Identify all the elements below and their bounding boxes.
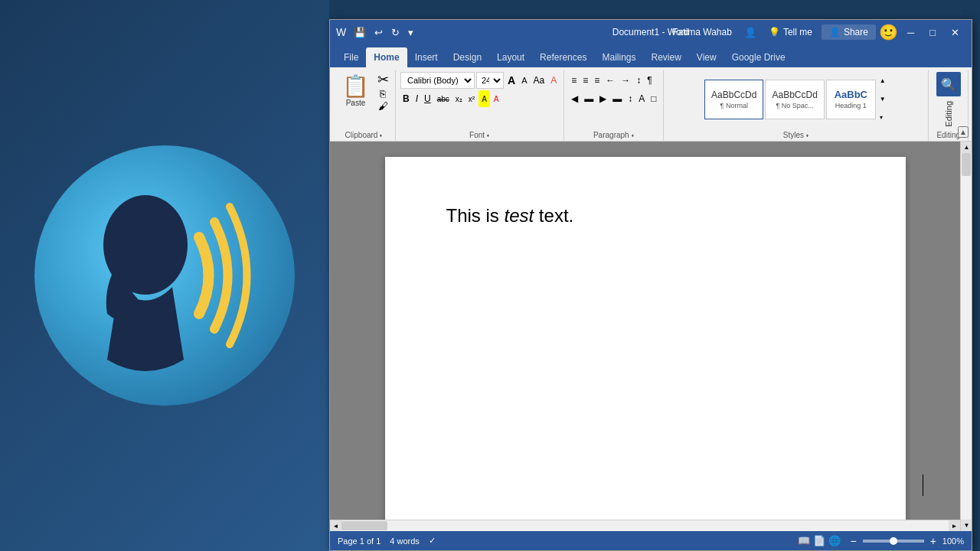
tell-me-label: Tell me (783, 27, 812, 37)
lightbulb-icon: 💡 (769, 27, 780, 37)
tab-google-drive[interactable]: Google Drive (724, 47, 793, 67)
tab-file[interactable]: File (336, 47, 366, 67)
copy-button[interactable]: ⎘ (375, 88, 390, 99)
vertical-scrollbar[interactable]: ▲ ▼ (960, 142, 972, 531)
format-painter-button[interactable]: 🖌 (375, 100, 390, 112)
font-controls: Calibri (Body) 24 A A Aa A B I U (400, 72, 559, 107)
scroll-track-vertical[interactable] (961, 153, 972, 520)
scroll-left-arrow[interactable]: ◄ (330, 520, 341, 532)
justify-button[interactable]: ▬ (610, 90, 624, 107)
style-normal[interactable]: AaBbCcDd ¶ Normal (704, 80, 763, 119)
clipboard-small-buttons: ✂ ⎘ 🖌 (375, 72, 390, 112)
font-label[interactable]: Font ⬧ (400, 129, 559, 141)
highlight-button[interactable]: A (479, 90, 490, 107)
zoom-thumb (890, 537, 897, 545)
numbering-button[interactable]: ≡ (580, 72, 590, 89)
scroll-thumb-vertical[interactable] (962, 153, 971, 176)
tab-design[interactable]: Design (446, 47, 489, 67)
ribbon-group-font: Calibri (Body) 24 A A Aa A B I U (396, 70, 564, 141)
align-center-button[interactable]: ▬ (582, 90, 596, 107)
more-qat-button[interactable]: ▾ (405, 25, 416, 40)
minimize-button[interactable]: ─ (901, 24, 920, 41)
styles-scroll-up-button[interactable]: ▲ (877, 73, 888, 90)
account-icon-button[interactable]: 👤 (741, 25, 760, 40)
shrink-font-button[interactable]: A (519, 72, 529, 89)
styles-more-button[interactable]: ▾ (877, 109, 888, 126)
tab-references[interactable]: References (532, 47, 594, 67)
paste-button[interactable]: 📋 Paste (338, 72, 374, 109)
strikethrough-button[interactable]: abc (435, 90, 452, 107)
tab-mailings[interactable]: Mailings (594, 47, 643, 67)
para-row-1: ≡ ≡ ≡ ← → ↕ ¶ (569, 72, 658, 89)
zoom-out-button[interactable]: − (847, 535, 859, 547)
change-case-button[interactable]: Aa (531, 72, 547, 89)
zoom-in-button[interactable]: + (927, 535, 939, 547)
clipboard-label[interactable]: Clipboard ⬧ (338, 129, 390, 141)
scroll-thumb-horizontal[interactable] (341, 521, 387, 530)
text-cursor (921, 474, 923, 496)
restore-button[interactable]: □ (923, 24, 942, 41)
align-left-button[interactable]: ◀ (569, 90, 580, 107)
zoom-slider[interactable] (863, 540, 924, 543)
font-row-1: Calibri (Body) 24 A A Aa A (400, 72, 559, 89)
scroll-down-arrow[interactable]: ▼ (961, 520, 972, 531)
clear-format-button[interactable]: A (548, 72, 559, 89)
show-marks-button[interactable]: ¶ (645, 72, 654, 89)
style-no-space[interactable]: AaBbCcDd ¶ No Spac... (765, 80, 824, 119)
subscript-button[interactable]: x₂ (453, 90, 465, 107)
font-size-select[interactable]: 24 (476, 72, 504, 89)
read-mode-button[interactable]: 📖 (798, 535, 810, 546)
cut-button[interactable]: ✂ (375, 72, 390, 87)
scroll-up-arrow[interactable]: ▲ (961, 142, 972, 153)
clipboard-expand-icon: ⬧ (379, 132, 383, 139)
tab-review[interactable]: Review (643, 47, 688, 67)
font-color-button[interactable]: A (492, 90, 501, 107)
search-box[interactable]: 🔍 (936, 72, 961, 96)
tab-layout[interactable]: Layout (489, 47, 532, 67)
close-button[interactable]: ✕ (945, 24, 965, 41)
scroll-right-arrow[interactable]: ► (949, 520, 960, 532)
tab-home[interactable]: Home (366, 47, 407, 67)
styles-scroll-down-button[interactable]: ▼ (877, 91, 888, 108)
title-bar-title: Document1 - Word (612, 27, 689, 37)
superscript-button[interactable]: x² (466, 90, 477, 107)
undo-qat-button[interactable]: ↩ (371, 25, 386, 40)
paragraph-label[interactable]: Paragraph ⬧ (569, 129, 658, 141)
font-content: Calibri (Body) 24 A A Aa A B I U (400, 70, 559, 129)
document-page[interactable]: This is test text. (385, 157, 906, 520)
word-icon: W (336, 26, 346, 38)
font-name-select[interactable]: Calibri (Body) (400, 72, 475, 89)
horizontal-scrollbar[interactable]: ◄ ► (330, 520, 960, 531)
styles-label[interactable]: Styles ⬧ (668, 129, 923, 141)
decrease-indent-button[interactable]: ← (603, 72, 617, 89)
print-layout-button[interactable]: 📄 (813, 535, 825, 546)
tab-view[interactable]: View (689, 47, 724, 67)
tell-me-button[interactable]: 💡 Tell me (763, 25, 818, 39)
shading-button[interactable]: A (636, 90, 647, 107)
increase-indent-button[interactable]: → (619, 72, 632, 89)
save-qat-button[interactable]: 💾 (351, 25, 369, 40)
editing-group-label-text: Editing (936, 131, 960, 139)
clipboard-label-text: Clipboard (345, 131, 378, 139)
align-right-button[interactable]: ▶ (597, 90, 609, 107)
redo-qat-button[interactable]: ↻ (388, 25, 403, 40)
sort-button[interactable]: ↕ (634, 72, 643, 89)
bold-button[interactable]: B (400, 90, 412, 107)
bullets-button[interactable]: ≡ (569, 72, 579, 89)
scroll-track-horizontal[interactable] (341, 520, 949, 531)
share-button[interactable]: 👤 Share (822, 24, 876, 40)
style-heading1[interactable]: AaBbC Heading 1 (826, 80, 876, 119)
style-normal-preview: AaBbCcDd (711, 90, 756, 100)
ribbon-collapse-button[interactable]: ▲ (958, 126, 969, 138)
tab-insert[interactable]: Insert (407, 47, 446, 67)
multilevel-button[interactable]: ≡ (592, 72, 602, 89)
format-painter-icon: 🖌 (378, 101, 388, 111)
grow-font-button[interactable]: A (505, 72, 518, 89)
web-layout-button[interactable]: 🌐 (828, 535, 841, 546)
text-plain-2: text. (534, 205, 573, 226)
underline-button[interactable]: U (422, 90, 433, 107)
italic-button[interactable]: I (413, 90, 420, 107)
borders-button[interactable]: □ (648, 90, 658, 107)
style-heading1-label: Heading 1 (835, 102, 867, 109)
line-spacing-button[interactable]: ↕ (626, 90, 635, 107)
